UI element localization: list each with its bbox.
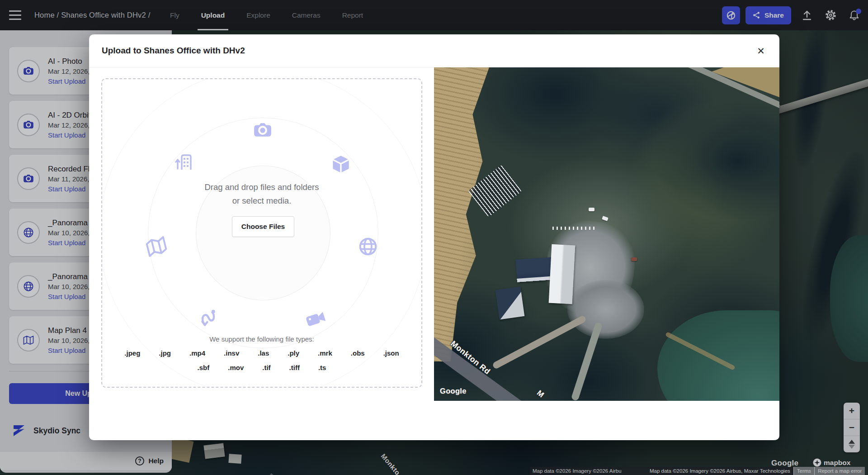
mapbox-label: mapbox [824,459,850,467]
globe-icon [17,275,40,298]
map-fence [552,227,596,230]
file-type: .tif [262,364,270,371]
dropzone-instructions: Drag and drop files and folders or selec… [102,180,421,208]
mapbox-icon [813,458,821,467]
file-type: .json [383,349,399,357]
tab-report[interactable]: Report [331,0,374,30]
skydio-sync-label: Skydio Sync [33,426,80,436]
map-attribution-left: Map data ©2026 Imagery ©2026 Airbu [530,467,646,475]
file-types-row1: .jpeg .jpg .mp4 .insv .las .ply .mrk .ob… [116,349,408,357]
upload-card-text: Map Plan 4 Mar 10, 2026, Start Upload [48,326,90,354]
file-type: .mov [228,364,244,371]
upload-date: Mar 12, 2026, [48,67,90,75]
share-label: Share [764,11,784,19]
upload-title: AI - 2D Orbit [48,111,90,120]
help-bar: ? Help [0,452,172,470]
upload-title: _Panorama P [48,218,95,228]
google-logo: Google [771,459,798,468]
upload-title: Recorded Fli [48,165,91,174]
upload-title: _Panorama P [48,272,95,281]
mapbox-logo[interactable]: mapbox [813,458,850,467]
upload-card-text: AI - 2D Orbit Mar 12, 2026, Start Upload [48,111,90,139]
terms-link[interactable]: Terms [793,467,814,475]
notification-badge [856,9,861,14]
upload-title: Map Plan 4 [48,326,90,335]
main-nav: Fly Upload Explore Cameras Report [159,0,374,30]
site-satellite-map[interactable]: Monkton Rd M Google [434,67,779,401]
start-upload-link[interactable]: Start Upload [48,347,90,354]
upload-card-text: _Panorama P Mar 10, 2026, Start Upload [48,272,95,300]
upload-date: Mar 12, 2026, [48,121,90,129]
map-house [495,286,525,319]
tab-upload[interactable]: Upload [190,0,236,30]
tab-fly[interactable]: Fly [159,0,190,30]
share-button[interactable]: Share [745,6,791,24]
map-attribution: Map data ©2026 Imagery ©2026 Airbus, Max… [646,467,865,475]
file-types-row2: .sbf .mov .tif .tiff .ts [116,364,408,371]
map-gravel-lot [567,280,644,339]
file-type: .tiff [289,364,300,371]
start-upload-link[interactable]: Start Upload [48,77,90,85]
zoom-out-button[interactable]: − [844,419,860,436]
globe-icon [726,10,736,20]
file-type: .sbf [198,364,210,371]
file-type: .ply [288,349,299,357]
file-type: .mp4 [189,349,205,357]
camera-icon [17,114,40,136]
help-icon: ? [135,456,145,466]
camera-icon [17,167,40,190]
tilt-up-icon [849,440,855,444]
file-dropzone[interactable]: Drag and drop files and folders or selec… [101,78,422,388]
upload-date: Mar 10, 2026, [48,283,95,290]
upload-modal: Upload to Shanes Office with DHv2 ✕ [89,34,779,440]
supported-types-label: We support the following file types: [102,335,421,343]
close-icon[interactable]: ✕ [754,44,768,58]
modal-header: Upload to Shanes Office with DHv2 [89,34,779,67]
breadcrumb[interactable]: Home / Shanes Office with DHv2 / [34,11,150,19]
share-icon [753,11,760,19]
map-icon [146,237,166,256]
tab-cameras[interactable]: Cameras [281,0,331,30]
dropzone-line2: or select media. [102,194,421,208]
bg-house [203,443,225,459]
settings-button[interactable] [823,8,838,23]
app-root: Monkto Map data ©2026 Imagery ©2026 Airb… [0,0,868,475]
start-upload-link[interactable]: Start Upload [48,185,91,193]
upload-title: AI - Photo [48,57,90,66]
topbar-actions: Share [722,0,862,30]
start-upload-link[interactable]: Start Upload [48,131,90,139]
choose-files-button[interactable]: Choose Files [232,216,294,237]
map-vehicle [631,257,637,261]
google-logo: Google [440,387,467,395]
upload-date: Mar 11, 2026, [48,175,91,183]
file-type: .las [258,349,269,357]
cube-icon [331,154,351,174]
upload-date: Mar 10, 2026, [48,229,95,237]
map-vehicle [589,208,594,211]
upload-card-text: Recorded Fli Mar 11, 2026, Start Upload [48,165,91,193]
camera-icon [253,120,273,140]
start-upload-link[interactable]: Start Upload [48,239,95,247]
file-type: .insv [224,349,239,357]
camera-icon [17,60,40,82]
gear-icon [825,9,837,21]
help-button[interactable]: Help [148,457,164,465]
upload-icon [801,10,813,21]
map-icon [17,329,40,352]
map-building [549,244,576,304]
menu-icon[interactable] [9,10,23,20]
svg-text:?: ? [138,458,142,464]
map-zoom-control: + − [844,403,860,452]
start-upload-link[interactable]: Start Upload [48,293,95,300]
map-attribution-text: Map data ©2026 Imagery ©2026 Airbus, Max… [646,467,793,475]
route-icon [200,308,220,328]
zoom-in-button[interactable]: + [844,403,860,419]
bg-road [263,473,400,475]
upload-media-button[interactable] [799,8,815,23]
notifications-button[interactable] [846,8,862,23]
tilt-button[interactable] [844,436,860,452]
file-type: .jpeg [124,349,140,357]
tab-explore[interactable]: Explore [236,0,281,30]
globe-button[interactable] [722,6,740,24]
report-map-error-link[interactable]: Report a map error [814,467,865,475]
